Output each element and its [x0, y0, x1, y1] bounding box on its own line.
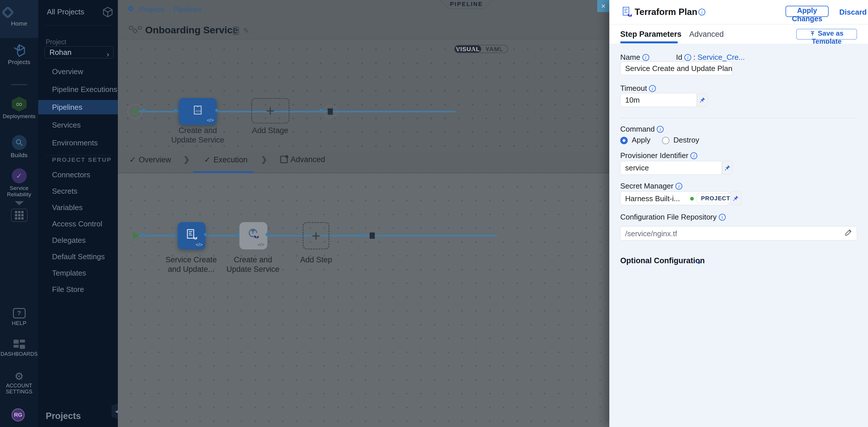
rail-item-deployments[interactable]: ∞ Deployments: [0, 97, 38, 120]
step-node-terraform-apply[interactable]: </>: [240, 222, 267, 250]
provisioner-identifier-input[interactable]: [620, 161, 722, 175]
secret-manager-pin-button[interactable]: [730, 191, 741, 205]
canvas-header-row: Projects › Pipelines ›: [118, 0, 609, 19]
id-value-link[interactable]: Service_Cre...: [698, 53, 745, 62]
check-icon: ✓: [204, 156, 211, 164]
info-icon[interactable]: i: [657, 126, 664, 133]
grid-icon: [11, 208, 28, 222]
add-stage-button[interactable]: +: [251, 98, 289, 124]
step-node-terraform-plan[interactable]: </>: [178, 222, 206, 250]
info-icon[interactable]: i: [642, 54, 649, 61]
breadcrumb-pipelines[interactable]: Pipelines: [173, 5, 201, 13]
sidebar-item-access-control[interactable]: Access Control: [38, 217, 118, 231]
sidebar-item-connectors[interactable]: Connectors: [38, 167, 118, 182]
sidebar-item-templates[interactable]: Templates: [38, 266, 118, 280]
close-icon: ×: [601, 2, 605, 10]
rail-expand-chevron[interactable]: [0, 201, 38, 205]
radio-destroy[interactable]: [662, 137, 670, 144]
chevron-down-icon[interactable]: ⌄: [719, 193, 725, 201]
rail-item-dashboards[interactable]: DASHBOARDS: [0, 340, 38, 357]
radio-apply[interactable]: [620, 137, 628, 144]
pin-icon: [724, 165, 731, 171]
rail-item-projects[interactable]: Projects: [0, 44, 38, 66]
rail-label: Reliability: [0, 191, 38, 198]
breadcrumb-projects[interactable]: Projects: [140, 5, 164, 13]
rail-divider: [11, 84, 27, 85]
sidebar-footer-projects: Projects: [46, 411, 81, 421]
provisioner-pin-button[interactable]: [722, 161, 733, 175]
rail-item-service-reliability[interactable]: ✓ Service Reliability: [0, 168, 38, 198]
rail-item-help[interactable]: ? HELP: [0, 308, 38, 326]
rail-item-builds[interactable]: Builds: [0, 135, 38, 159]
stage-node-create-update-service[interactable]: </> </>: [179, 98, 217, 125]
add-step-label: Add Step: [287, 255, 345, 265]
tab-advanced[interactable]: Advanced: [689, 30, 724, 39]
rail-item-account-settings[interactable]: ⚙ ACCOUNT SETTINGS: [0, 371, 38, 395]
user-avatar[interactable]: RG: [11, 408, 25, 422]
secret-manager-label: Secret Manager i: [620, 182, 682, 191]
optional-configuration-toggle[interactable]: Optional Configuration: [620, 256, 705, 265]
breadcrumb: Projects › Pipelines ›: [127, 5, 207, 14]
sidebar-item-pipeline-executions[interactable]: Pipeline Executions: [38, 82, 118, 97]
add-stage-label: Add Stage: [242, 126, 299, 135]
stage-graph-canvas[interactable]: </> </> Create and Update Service + Add …: [118, 40, 609, 151]
timeout-input[interactable]: [620, 93, 697, 107]
info-icon[interactable]: i: [719, 214, 726, 221]
tab-advanced[interactable]: Advanced: [280, 155, 325, 164]
rail-label: Deployments: [0, 113, 38, 120]
execution-graph-canvas[interactable]: </> Service Create and Update... </> Cre…: [118, 173, 609, 427]
pipeline-studio-badge: PIPELINE STUDIO: [441, 0, 492, 9]
connector-dot: [204, 233, 207, 236]
step-node-label: Create and Update Service: [224, 255, 282, 274]
connector-dot: [142, 233, 146, 236]
terraform-plan-drawer: Terraform Plan i Apply Changes Discard S…: [609, 0, 868, 427]
notes-icon[interactable]: [233, 27, 239, 35]
sidebar-item-variables[interactable]: Variables: [38, 200, 118, 215]
name-input[interactable]: [620, 62, 732, 75]
config-file-repository-label: Configuration File Repository i: [620, 212, 726, 222]
sidebar-item-secrets[interactable]: Secrets: [38, 184, 118, 198]
play-icon: [133, 108, 139, 115]
info-icon[interactable]: i: [676, 183, 682, 190]
app-root: Home Projects ∞ Deployments Builds ✓ Ser…: [0, 0, 868, 427]
step-parameters-form: Name i Id i : Service_Cre... Timeout i C…: [609, 44, 868, 427]
secret-manager-select[interactable]: Harness Built-i... PROJECT ⌄: [620, 191, 729, 205]
sidebar-item-file-store[interactable]: File Store: [38, 282, 118, 297]
save-as-template-button[interactable]: Save as Template: [796, 29, 857, 40]
sidebar-item-services[interactable]: Services: [38, 118, 118, 132]
tab-overview[interactable]: ✓Overview: [129, 155, 171, 164]
config-file-repository-field[interactable]: /service/nginx.tf: [620, 226, 857, 240]
edit-pencil-icon[interactable]: [845, 229, 852, 237]
sidebar-item-overview[interactable]: Overview: [38, 64, 118, 79]
edit-pencil-icon[interactable]: ✎: [243, 27, 249, 35]
radio-apply-label[interactable]: Apply: [632, 136, 650, 144]
project-selector[interactable]: Rohan ›: [44, 46, 114, 58]
timeout-pin-button[interactable]: [697, 93, 708, 107]
discard-button[interactable]: Discard: [839, 8, 867, 17]
project-selector-value: Rohan: [50, 48, 71, 57]
module-selector-button[interactable]: [0, 208, 38, 222]
chevron-down-icon[interactable]: ⌄: [694, 257, 703, 266]
timeout-label: Timeout i: [620, 84, 656, 93]
tab-step-parameters[interactable]: Step Parameters: [620, 30, 681, 39]
sidebar-item-environments[interactable]: Environments: [38, 136, 118, 150]
sidebar-item-pipelines[interactable]: Pipelines: [38, 100, 118, 114]
cube-icon[interactable]: [102, 6, 114, 18]
apply-changes-button[interactable]: Apply Changes: [785, 6, 829, 17]
all-projects-link[interactable]: All Projects: [47, 7, 84, 17]
terraform-apply-step-icon: [246, 227, 261, 242]
info-icon[interactable]: i: [649, 85, 656, 92]
close-drawer-button[interactable]: ×: [597, 0, 609, 12]
radio-destroy-label[interactable]: Destroy: [674, 136, 699, 144]
cube-icon: [12, 44, 26, 58]
info-icon[interactable]: i: [690, 152, 697, 159]
sidebar-item-delegates[interactable]: Delegates: [38, 233, 118, 248]
rail-item-home[interactable]: Home: [0, 0, 38, 38]
add-step-button[interactable]: +: [303, 222, 330, 250]
info-icon[interactable]: i: [684, 54, 691, 61]
tab-execution[interactable]: ✓Execution: [204, 155, 247, 164]
info-icon[interactable]: i: [699, 9, 705, 15]
harness-logo-icon: [127, 5, 136, 14]
connector-dot: [174, 109, 178, 112]
sidebar-item-default-settings[interactable]: Default Settings: [38, 250, 118, 264]
